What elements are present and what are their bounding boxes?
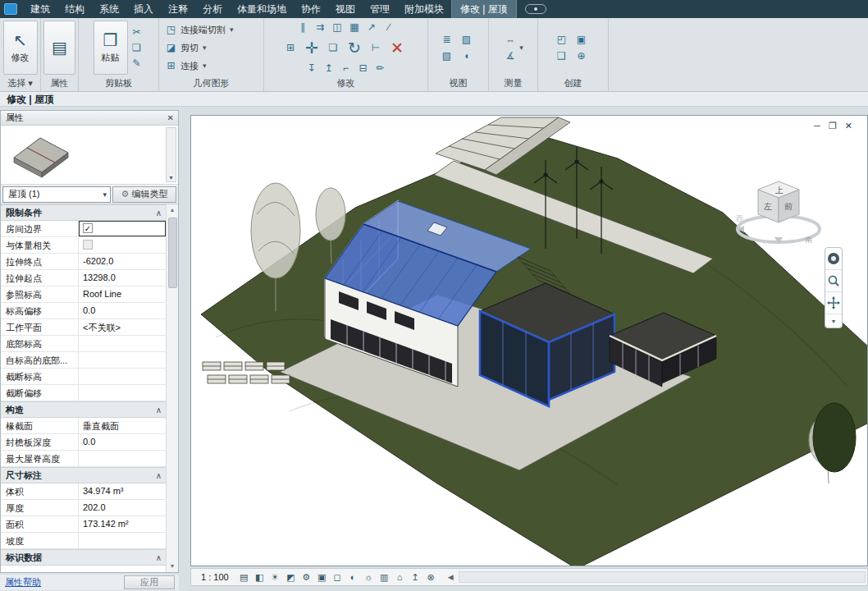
reveal-hidden-elements-icon[interactable]: ☼ [362,570,376,584]
type-preview[interactable]: ▾ [1,126,178,185]
pin-icon[interactable]: ↧ [304,61,319,76]
menu-tab[interactable]: 分析 [195,0,230,20]
property-row: 参照标高 Roof Line [1,286,166,303]
group-header-constraints[interactable]: 限制条件∧ [1,204,166,221]
remove-hidden-lines-icon[interactable]: ▧ [440,48,455,63]
create-parts-icon[interactable]: ◰ [555,32,569,47]
visual-style-icon[interactable]: ◧ [253,570,267,584]
menu-tab[interactable]: 协作 [294,0,328,20]
copy-to-clipboard-icon[interactable]: ❏ [130,40,144,55]
temporary-hide-isolate-icon[interactable]: ◐ [346,570,360,584]
properties-header[interactable]: 属性 ✕ [1,111,178,126]
reveal-constraints-icon[interactable]: ⊗ [424,570,438,584]
viewcube[interactable]: 上 左 前 南 西 [733,167,825,259]
mirror-icon[interactable]: ◫ [330,20,345,34]
minimize-view-icon[interactable]: ─ [814,121,820,131]
horizontal-scrollbar[interactable] [459,571,866,583]
rendering-dialog-icon[interactable]: ⚙ [299,570,313,584]
show-crop-region-icon[interactable]: ◻ [331,570,345,584]
crop-view-icon[interactable]: ▣ [315,570,329,584]
move-icon[interactable]: ✛ [300,35,323,60]
thin-lines-icon[interactable]: ≣ [440,32,455,47]
measure-between-references-icon[interactable]: ⇔ [503,33,518,48]
type-selector-combobox[interactable]: 屋顶 (1) ▾ [2,186,111,203]
app-logo-icon[interactable] [4,3,17,15]
zoom-icon[interactable] [825,270,842,292]
menu-tab[interactable]: 建筑 [23,0,57,20]
rotate-icon[interactable]: ↻ [343,35,366,60]
offset-icon[interactable]: ⇉ [313,20,327,34]
align-icon[interactable]: ∥ [295,20,310,34]
sun-path-icon[interactable]: ☀ [268,570,282,584]
delete-icon[interactable]: ✕ [386,35,409,60]
ribbon-display-toggle-icon[interactable] [525,4,546,14]
menu-tab[interactable]: 注释 [161,0,195,20]
scrollbar-thumb[interactable] [168,218,177,288]
scroll-up-icon[interactable]: ▲ [170,204,176,216]
join-geometry-button[interactable]: ⊞ 连接 ▾ [165,57,258,74]
navbar-chevron-down-icon[interactable]: ▾ [825,314,842,328]
group-header-identity-data[interactable]: 标识数据∧ [1,549,166,566]
steering-wheel-icon[interactable] [825,248,842,270]
menu-tab[interactable]: 管理 [363,0,397,20]
properties-scrollbar[interactable]: ▲ ▼ [166,204,178,572]
scroll-left-icon[interactable]: ◀ [448,573,454,581]
group-header-construction[interactable]: 构造∧ [1,401,166,418]
close-view-icon[interactable]: ✕ [845,121,852,131]
edit-type-button[interactable]: ⚙ 编辑类型 [112,186,176,203]
create-similar-icon[interactable]: ⊕ [574,48,589,63]
chevron-down-icon[interactable]: ▾ [519,44,523,52]
navigation-bar: ▾ [825,247,843,328]
ribbon-panel-clipboard: ❒ 粘贴 ✂❏✎ 剪贴板 [79,18,159,91]
room-bounding-checkbox[interactable]: ✓ [83,223,93,233]
menu-tab[interactable]: 体量和场地 [230,0,294,20]
show-hidden-lines-icon[interactable]: ▨ [459,32,474,47]
menu-tab[interactable]: 结构 [57,0,92,20]
menu-tab[interactable]: 附加模块 [397,0,451,20]
show-analytical-model-icon[interactable]: ⌂ [393,570,407,584]
paste-button[interactable]: ❒ 粘贴 [94,21,128,75]
split-element-icon[interactable]: ∕ [381,20,396,34]
copy-icon[interactable]: ❏ [326,40,340,55]
close-icon[interactable]: ✕ [167,113,174,122]
menu-tab-active-modify-roof[interactable]: 修改 | 屋顶 [451,0,517,20]
match-type-properties-icon[interactable]: ✎ [130,56,144,71]
aligned-dimension-icon[interactable]: ∡ [503,48,518,63]
properties-palette-button[interactable]: ▤ [43,21,75,75]
cut-profile-icon[interactable]: ◖ [459,48,474,63]
cut-to-clipboard-icon[interactable]: ✂ [130,25,144,39]
restore-view-icon[interactable]: ❐ [829,121,837,131]
properties-palette: 属性 ✕ ▾ 屋顶 (1) ▾ ⚙ 编辑类型 限制条件∧ 房间边界 ✓ [0,110,179,573]
pan-icon[interactable] [825,292,842,314]
trim-corner-icon[interactable]: ⌐ [339,61,354,76]
menu-tab[interactable]: 系统 [92,0,126,20]
menu-tab[interactable]: 视图 [328,0,363,20]
panel-label-select[interactable]: 选择 ▾ [0,77,40,91]
scroll-down-icon[interactable]: ▼ [170,561,176,572]
cut-geometry-button[interactable]: ◪ 剪切 ▾ [165,39,258,56]
highlight-displacement-sets-icon[interactable]: ↥ [409,570,423,584]
properties-help-link[interactable]: 属性帮助 [5,576,41,589]
menu-tab[interactable]: 插入 [126,0,161,20]
group-header-dimensions[interactable]: 尺寸标注∧ [1,467,166,483]
panel-label-create: 创建 [538,77,608,91]
create-group-icon[interactable]: ❑ [555,48,569,63]
scale-button[interactable]: 1 : 100 [196,572,234,582]
split-face-icon[interactable]: ⊟ [356,61,371,76]
apply-button[interactable]: 应用 [124,575,175,589]
array-icon[interactable]: ▦ [347,20,362,34]
paint-icon[interactable]: ✏ [373,61,388,76]
join-end-cut-button[interactable]: ◳ 连接端切割 ▾ [165,21,258,38]
create-assembly-icon[interactable]: ▣ [574,32,589,47]
temporary-view-properties-icon[interactable]: ▥ [377,570,391,584]
scale-icon[interactable]: ↗ [364,20,379,34]
unpin-icon[interactable]: ↥ [322,61,336,76]
trim-extend-icon[interactable]: ⊢ [368,40,383,55]
activate-dimensions-icon[interactable]: ⊞ [283,40,298,55]
detail-level-icon[interactable]: ▤ [237,570,251,584]
shadows-icon[interactable]: ◩ [284,570,298,584]
drawing-area-3d-view[interactable]: ─ ❐ ✕ [190,115,868,566]
modify-button[interactable]: ↖ 修改 [3,21,38,75]
preview-dropdown-strip[interactable]: ▾ [166,127,176,182]
properties-footer: 属性帮助 应用 [0,575,179,590]
